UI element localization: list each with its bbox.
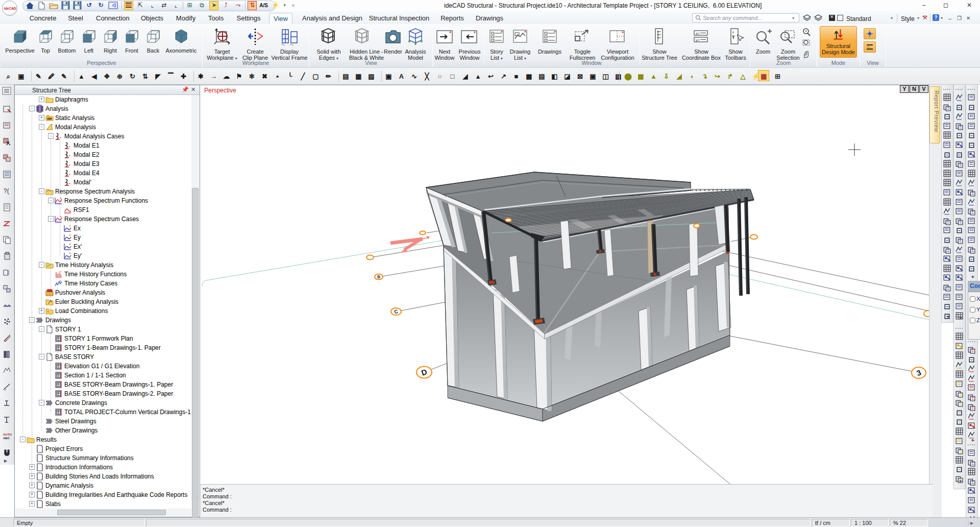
svg-text:+: + [69, 233, 71, 237]
svg-text:+: + [68, 145, 70, 149]
svg-text:+: + [69, 224, 71, 228]
svg-text:T: T [732, 35, 735, 40]
svg-text:AUTO: AUTO [3, 433, 12, 436]
svg-text:+: + [68, 182, 70, 185]
svg-text:+: + [68, 163, 70, 167]
svg-text:+: + [68, 173, 70, 176]
svg-text:x=: x= [696, 32, 700, 35]
svg-text:ABC: ABC [3, 437, 10, 440]
svg-text:?(: ?( [4, 187, 9, 195]
svg-text:+: + [60, 197, 62, 200]
svg-text:+: + [69, 252, 71, 255]
svg-text:+: + [68, 154, 70, 158]
svg-text:+: + [69, 243, 71, 246]
svg-text:+: + [59, 136, 61, 139]
svg-text:+: + [59, 270, 61, 274]
svg-text:+-: +- [47, 310, 51, 314]
svg-text:y=: y= [696, 38, 700, 42]
svg-text:˄: ˄ [732, 30, 734, 35]
svg-text:+: + [60, 279, 62, 283]
svg-text:+: + [60, 215, 62, 219]
